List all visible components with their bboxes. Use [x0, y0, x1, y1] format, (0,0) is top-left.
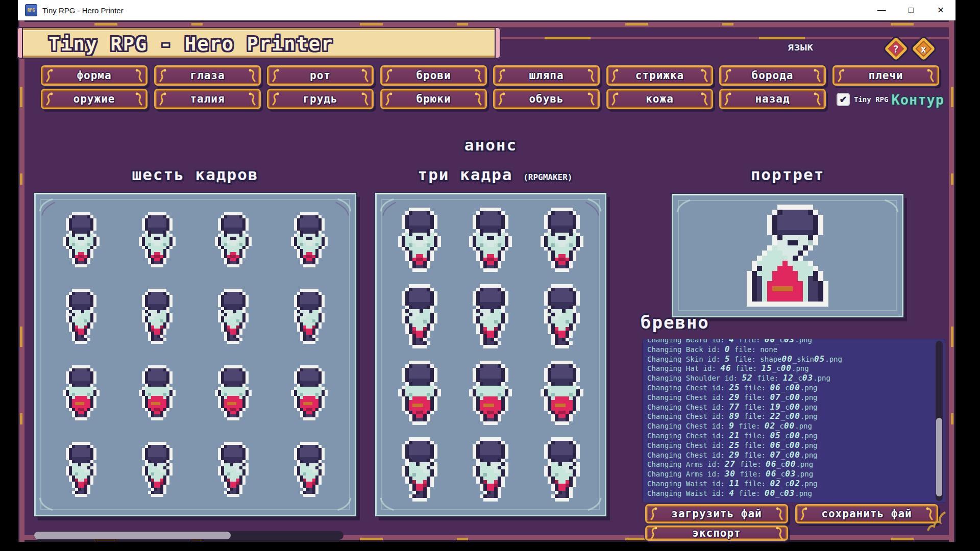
flourish-icon: [775, 507, 783, 520]
portrait-image: [673, 195, 902, 316]
flourish-icon: [650, 507, 658, 520]
button-label: шляпа: [506, 69, 587, 82]
flourish-icon: [587, 92, 595, 106]
close-diamond-button[interactable]: x: [912, 37, 936, 61]
character-sprite: [398, 437, 441, 502]
toolbar-button-3-row1[interactable]: рот: [267, 65, 374, 86]
toolbar-button-1-row1[interactable]: форма: [41, 65, 148, 86]
button-label: оружие: [54, 93, 135, 105]
log-line: Changing Chest id: 9 file: 02_c00.png: [647, 421, 932, 431]
outline-checkbox[interactable]: ✔: [837, 93, 850, 106]
toolbar-button-4-row2[interactable]: брюки: [380, 89, 487, 109]
log-line: Changing Chest id: 29 file: 07_c00.png: [647, 450, 932, 460]
flourish-icon: [272, 92, 280, 106]
log-scrollbar-track[interactable]: [936, 341, 943, 501]
log-scrollbar-thumb[interactable]: [936, 418, 942, 496]
log-line: Changing Chest id: 89 file: 22_c00.png: [647, 412, 932, 421]
character-sprite: [541, 437, 583, 502]
log-panel: Changing Beard id: 4 file: 00_c03.pngCha…: [642, 339, 945, 503]
portrait-panel: [672, 194, 903, 317]
close-button[interactable]: ×: [926, 0, 955, 20]
character-sprite: [215, 442, 252, 497]
character-sprite: [139, 289, 176, 344]
flourish-icon: [135, 92, 143, 106]
toolbar-button-2-row1[interactable]: глаза: [154, 65, 261, 86]
log-header: бревно: [641, 312, 709, 333]
flourish-icon: [650, 527, 658, 540]
log-line: Changing Waist id: 4 file: 00_c03.png: [647, 489, 932, 498]
flourish-icon: [385, 69, 393, 82]
app-icon: RPG: [25, 4, 37, 16]
three-frames-grid: [384, 202, 598, 508]
button-label: талия: [167, 93, 248, 105]
flourish-icon: [135, 69, 143, 82]
toolbar-button-5-row2[interactable]: обувь: [493, 89, 600, 109]
minimize-button[interactable]: —: [867, 0, 896, 20]
character-sprite: [215, 365, 252, 420]
button-label: кожа: [619, 93, 700, 105]
button-label: грудь: [280, 93, 361, 105]
six-frames-header: шесть кадров: [34, 165, 356, 184]
banner-title: Tiny RPG - Hero Printer: [48, 33, 333, 55]
brand-mini-label: Tiny RPG: [854, 95, 888, 104]
log-line: Changing Back id: 0 file: none: [647, 345, 932, 355]
character-sprite: [469, 437, 512, 502]
outline-label: Контур: [891, 92, 944, 108]
button-label: брюки: [393, 93, 474, 105]
flourish-icon: [724, 92, 732, 106]
frame-right: [949, 20, 955, 542]
checkmark-icon: ✔: [839, 94, 847, 105]
toolbar-button-2-row2[interactable]: талия: [154, 89, 261, 109]
flourish-icon: [248, 69, 256, 82]
toolbar-button-8-row1[interactable]: плечи: [832, 65, 939, 86]
character-sprite: [469, 284, 512, 348]
character-sprite: [63, 289, 100, 344]
outline-toggle[interactable]: ✔ Tiny RPG Контур: [837, 90, 944, 109]
language-label[interactable]: язык: [777, 41, 823, 53]
log-line: Changing Chest id: 25 file: 06_c00.png: [647, 441, 932, 450]
flourish-icon: [775, 527, 783, 540]
character-sprite: [541, 208, 583, 272]
horizontal-scrollbar-thumb[interactable]: [34, 532, 231, 539]
log-line: Changing Beard id: 4 file: 00_c03.png: [647, 339, 932, 345]
character-sprite: [469, 208, 512, 272]
button-label: экспорт: [658, 527, 775, 539]
log-line: Changing Hat id: 46 file: 15_c00.png: [647, 364, 932, 373]
character-sprite: [215, 212, 252, 267]
toolbar-button-5-row1[interactable]: шляпа: [493, 65, 600, 86]
flourish-icon: [45, 92, 54, 106]
toolbar-button-7-row1[interactable]: борода: [719, 65, 826, 86]
toolbar-button-3-row2[interactable]: грудь: [267, 89, 374, 109]
character-sprite: [63, 212, 100, 267]
character-sprite: [541, 284, 583, 348]
announce-header: анонс: [375, 136, 606, 154]
toolbar-button-4-row1[interactable]: брови: [380, 65, 487, 86]
log-lines: Changing Beard id: 4 file: 00_c03.pngCha…: [647, 340, 932, 498]
export-button[interactable]: экспорт: [645, 525, 788, 541]
toolbar-button-6-row2[interactable]: кожа: [606, 89, 713, 109]
flourish-icon: [474, 92, 482, 106]
toolbar-button-7-row2[interactable]: назад: [719, 89, 826, 109]
toolbar-button-6-row1[interactable]: стрижка: [606, 65, 713, 86]
button-label: борода: [732, 69, 813, 82]
six-frames-grid: [43, 202, 348, 508]
save-file-button[interactable]: сохранить фай: [795, 504, 938, 523]
flourish-icon: [272, 69, 280, 82]
flourish-icon: [813, 69, 821, 82]
toolbar-button-1-row2[interactable]: оружие: [41, 89, 148, 109]
load-file-button[interactable]: загрузить фай: [645, 504, 788, 523]
maximize-button[interactable]: □: [896, 0, 926, 20]
horizontal-scrollbar-track[interactable]: [34, 531, 344, 540]
character-sprite: [139, 365, 176, 420]
help-diamond-button[interactable]: ?: [884, 37, 908, 61]
character-sprite: [541, 361, 583, 425]
log-line: Changing Chest id: 77 file: 19_c00.png: [647, 403, 932, 412]
log-line: Changing Arms id: 27 file: 06_c00.png: [647, 460, 932, 469]
flourish-icon: [611, 92, 619, 106]
log-line: Changing Chest id: 29 file: 07_c00.png: [647, 393, 932, 403]
flourish-icon: [159, 69, 167, 82]
character-sprite: [215, 289, 252, 344]
character-sprite: [398, 361, 441, 425]
button-label: стрижка: [619, 69, 700, 82]
button-label: брови: [393, 69, 474, 82]
